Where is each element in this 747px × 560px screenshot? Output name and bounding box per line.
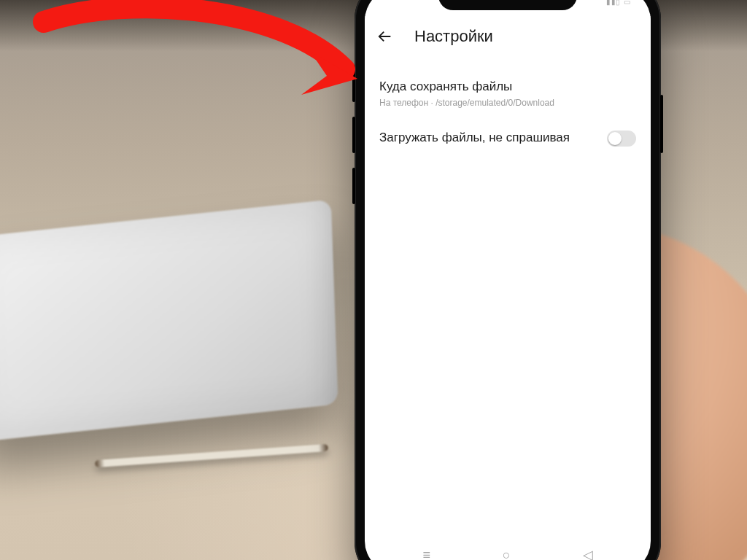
nav-back-icon[interactable]: ◁ — [583, 547, 593, 560]
download-no-ask-toggle[interactable] — [607, 131, 636, 147]
settings-list: Куда сохранять файлы На телефон · /stora… — [365, 61, 651, 560]
toggle-knob — [608, 132, 622, 145]
save-location-subtitle: На телефон · /storage/emulated/0/Downloa… — [379, 98, 636, 108]
nav-recent-icon[interactable]: ≡ — [422, 548, 430, 561]
phone-frame: ▮▮▯ ▭ Настройки Куда сохранять файлы На … — [355, 0, 661, 560]
phone-screen: ▮▮▯ ▭ Настройки Куда сохранять файлы На … — [365, 0, 651, 560]
app-header: Настройки — [365, 16, 651, 57]
save-location-row[interactable]: Куда сохранять файлы На телефон · /stora… — [378, 69, 638, 120]
system-nav-bar: ≡ ○ ◁ — [365, 540, 651, 560]
background-laptop — [0, 200, 338, 443]
back-button[interactable] — [376, 28, 394, 45]
arrow-left-icon — [377, 28, 393, 44]
nav-home-icon[interactable]: ○ — [503, 548, 511, 561]
signal-icon: ▮▮▯ — [606, 0, 621, 6]
page-title: Настройки — [414, 27, 493, 46]
save-location-title: Куда сохранять файлы — [379, 79, 636, 95]
download-no-ask-row[interactable]: Загружать файлы, не спрашивая — [378, 120, 638, 158]
download-no-ask-title: Загружать файлы, не спрашивая — [379, 130, 598, 146]
phone-notch — [438, 0, 577, 10]
battery-icon: ▭ — [624, 0, 631, 6]
